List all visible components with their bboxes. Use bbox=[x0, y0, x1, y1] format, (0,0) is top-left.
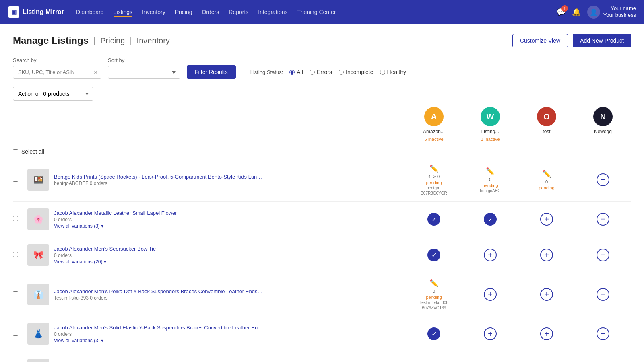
status-check-icon[interactable]: ✓ bbox=[427, 249, 440, 261]
status-check-icon[interactable]: ✓ bbox=[427, 327, 440, 340]
status-errors[interactable]: Errors bbox=[310, 69, 332, 75]
status-add-icon[interactable]: + bbox=[597, 249, 609, 261]
clear-search-icon[interactable]: ✕ bbox=[93, 69, 98, 76]
sort-select[interactable] bbox=[108, 66, 180, 79]
nav-link-orders[interactable]: Orders bbox=[202, 7, 219, 17]
channel-name: Listing... bbox=[481, 129, 500, 134]
status-pending: ✏️ 0 pending bentgoABC bbox=[480, 167, 500, 193]
status-check-icon[interactable]: ✓ bbox=[427, 213, 440, 226]
nav-link-reports[interactable]: Reports bbox=[229, 7, 248, 17]
channel-icon[interactable]: O bbox=[537, 107, 556, 126]
status-add-icon[interactable]: + bbox=[540, 327, 553, 340]
product-title[interactable]: Jacob Alexander Men's Seersucker Bow Tie bbox=[54, 246, 263, 252]
product-variations-link[interactable]: View all variations (3) ▾ bbox=[54, 223, 401, 229]
user-menu[interactable]: 👤 Your name Your business bbox=[587, 5, 636, 19]
channel-cell: + bbox=[518, 322, 575, 346]
channel-cols-header: A Amazon... 5 Inactive W Listing... 1 In… bbox=[406, 107, 631, 142]
row-checkbox-wrap bbox=[13, 216, 23, 222]
app-logo[interactable]: ▣ Listing Mirror bbox=[8, 6, 64, 18]
channel-cells: ✏️ 0 pending Test-mf-sku-308 B076ZVG169 … bbox=[406, 279, 631, 310]
channel-name: Amazon... bbox=[423, 129, 445, 134]
status-add-icon[interactable]: + bbox=[484, 249, 497, 261]
header-buttons: Customize View Add New Product bbox=[512, 34, 631, 47]
product-list: 🍱 Bentgo Kids Prints (Space Rockets) - L… bbox=[13, 158, 631, 362]
status-all[interactable]: All bbox=[289, 69, 303, 75]
product-thumbnail: 🎀 bbox=[27, 244, 49, 266]
status-check-icon[interactable]: ✓ bbox=[484, 213, 497, 226]
inventory-link[interactable]: Inventory bbox=[137, 36, 170, 45]
row-checkbox[interactable] bbox=[13, 216, 18, 221]
status-pending: ✏️ 0 pending Test-mf-sku-308 B076ZVG169 bbox=[419, 279, 448, 310]
nav-link-dashboard[interactable]: Dashboard bbox=[76, 7, 104, 17]
sort-label: Sort by bbox=[108, 57, 180, 63]
channel-cell: + bbox=[575, 322, 631, 346]
select-all-label[interactable]: Select all bbox=[21, 148, 44, 155]
customize-view-button[interactable]: Customize View bbox=[512, 34, 568, 47]
channel-col-newegg: N Newegg bbox=[575, 107, 631, 142]
product-variations-link[interactable]: View all variations (3) ▾ bbox=[54, 338, 401, 343]
channel-icon[interactable]: N bbox=[593, 107, 613, 126]
table-row: 🌸 Jacob Alexander Metallic Leather Small… bbox=[13, 202, 631, 237]
product-info: Jacob Alexander Men's Solid Elastic Y-Ba… bbox=[54, 325, 401, 343]
row-checkbox[interactable] bbox=[13, 177, 18, 182]
nav-link-integrations[interactable]: Integrations bbox=[258, 7, 287, 17]
status-healthy[interactable]: Healthy bbox=[380, 69, 406, 75]
nav-link-pricing[interactable]: Pricing bbox=[175, 7, 192, 17]
channel-cells: ✓+++ bbox=[406, 243, 631, 267]
pending-edit-icon[interactable]: ✏️ bbox=[429, 164, 438, 173]
nav-link-listings[interactable]: Listings bbox=[114, 7, 132, 17]
pending-edit-icon[interactable]: ✏️ bbox=[429, 279, 438, 288]
product-title[interactable]: Jacob Alexander Satin Open Rose Lapel Fl… bbox=[54, 360, 263, 362]
pending-edit-icon[interactable]: ✏️ bbox=[486, 167, 495, 176]
navbar: ▣ Listing Mirror DashboardListingsInvent… bbox=[0, 0, 644, 24]
channel-cell: + bbox=[575, 164, 631, 195]
status-pending: ✏️ 4 -> 0 pending bentgo1 B07R3G6YGR bbox=[421, 164, 447, 195]
row-checkbox[interactable] bbox=[13, 291, 18, 296]
product-title[interactable]: Bentgo Kids Prints (Space Rockets) - Lea… bbox=[54, 174, 263, 180]
pending-arrow: 0 bbox=[545, 179, 548, 184]
status-add-icon[interactable]: + bbox=[540, 288, 553, 301]
channel-icon[interactable]: W bbox=[481, 107, 500, 126]
product-thumbnail: 🌸 bbox=[27, 208, 49, 230]
pending-edit-icon[interactable]: ✏️ bbox=[542, 169, 551, 178]
row-checkbox[interactable] bbox=[13, 252, 18, 257]
select-all-checkbox[interactable] bbox=[13, 149, 18, 154]
channel-cell: + bbox=[518, 279, 575, 310]
status-add-icon[interactable]: + bbox=[597, 173, 609, 186]
pending-arrow: 0 bbox=[433, 289, 435, 294]
action-dropdown[interactable]: Action on 0 products bbox=[13, 87, 93, 101]
channel-cell: + bbox=[518, 358, 575, 362]
channel-cell: ✏️ 0 pending Test-mf-sku-308 B076ZVG169 bbox=[406, 279, 462, 310]
channel-cells: +!++ bbox=[406, 358, 631, 362]
status-add-icon[interactable]: + bbox=[597, 288, 609, 301]
status-add-icon[interactable]: + bbox=[540, 213, 553, 226]
search-input[interactable] bbox=[13, 66, 101, 79]
pending-label: pending bbox=[426, 180, 442, 185]
status-add-icon[interactable]: + bbox=[597, 213, 609, 226]
status-add-icon[interactable]: + bbox=[597, 327, 609, 340]
status-incomplete[interactable]: Incomplete bbox=[339, 69, 373, 75]
nav-link-training-center[interactable]: Training Center bbox=[297, 7, 336, 17]
filter-results-button[interactable]: Filter Results bbox=[187, 65, 236, 79]
product-title[interactable]: Jacob Alexander Men's Solid Elastic Y-Ba… bbox=[54, 325, 263, 331]
messages-icon[interactable]: 💬 1 bbox=[557, 8, 566, 16]
product-title[interactable]: Jacob Alexander Men's Polka Dot Y-Back S… bbox=[54, 288, 263, 294]
channel-cell: + bbox=[575, 243, 631, 267]
bell-icon[interactable]: 🔔 bbox=[572, 8, 581, 16]
channel-cell: + bbox=[575, 207, 631, 231]
nav-link-inventory[interactable]: Inventory bbox=[142, 7, 165, 17]
row-checkbox[interactable] bbox=[13, 331, 18, 336]
channel-col-listing: W Listing... 1 Inactive bbox=[462, 107, 518, 142]
product-title[interactable]: Jacob Alexander Metallic Leather Small L… bbox=[54, 210, 263, 216]
status-add-icon[interactable]: + bbox=[484, 327, 497, 340]
status-add-icon[interactable]: + bbox=[540, 249, 553, 261]
product-thumbnail: 👗 bbox=[27, 323, 49, 345]
row-checkbox-wrap bbox=[13, 291, 23, 298]
product-meta: 0 orders bbox=[54, 331, 401, 337]
status-add-icon[interactable]: + bbox=[484, 288, 497, 301]
channel-icon[interactable]: A bbox=[424, 107, 444, 126]
pricing-link[interactable]: Pricing bbox=[100, 36, 125, 45]
add-product-button[interactable]: Add New Product bbox=[573, 34, 631, 47]
pending-meta1: Test-mf-sku-308 bbox=[419, 300, 448, 305]
product-variations-link[interactable]: View all variations (20) ▾ bbox=[54, 259, 401, 265]
